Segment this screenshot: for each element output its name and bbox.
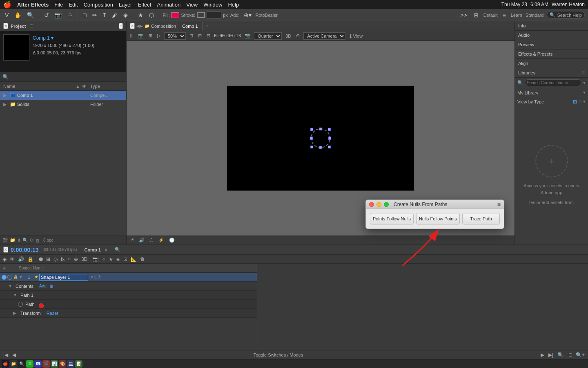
handle-left[interactable]	[310, 137, 313, 140]
tl-adj-layer-btn[interactable]: ◈	[116, 256, 121, 263]
layer-trim-icon[interactable]: ⬡	[94, 275, 98, 279]
viewer-render-btn[interactable]: ▷	[156, 33, 162, 39]
menu-window[interactable]: Window	[203, 2, 222, 8]
tl-motion-btn[interactable]: ≈	[67, 256, 71, 263]
timeline-nav-start[interactable]: |◀	[2, 351, 9, 359]
project-item-comp1[interactable]: ▶ Comp 1 Compe...	[0, 91, 126, 100]
handle-topleft[interactable]	[310, 128, 313, 131]
libraries-title[interactable]: Libraries ≡	[515, 68, 588, 77]
toolbar-options-btn[interactable]: ≡	[501, 11, 507, 19]
viewer-3d-btn[interactable]: 3D	[284, 33, 292, 39]
project-item-solids[interactable]: ▶ 📁 Solids Folder	[0, 100, 126, 109]
dock-icon-8[interactable]: 🎨	[59, 360, 66, 368]
zoom-select[interactable]: 50%	[164, 32, 186, 40]
nulls-follow-points-btn[interactable]: Nulls Follow Points	[416, 213, 460, 224]
toolbar-camera-tool[interactable]: 📷	[53, 11, 63, 19]
trace-path-btn[interactable]: Trace Path	[462, 213, 500, 224]
contents-expand-btn[interactable]: ▼	[8, 284, 13, 288]
timeline-nav-next[interactable]: ▶	[540, 351, 545, 359]
dock-icon-5[interactable]: 📧	[34, 360, 42, 368]
project-search-input[interactable]	[10, 74, 124, 79]
new-comp-btn[interactable]: 🎬	[2, 238, 8, 243]
handle-topright[interactable]	[328, 128, 331, 131]
layer-vis-icon[interactable]	[2, 275, 7, 280]
project-panel-menu[interactable]: ≡	[119, 23, 123, 29]
align-title[interactable]: Align	[515, 59, 588, 68]
import-btn[interactable]: ⬆	[17, 238, 21, 243]
viewer-camera-btn[interactable]: 📷	[243, 33, 252, 39]
contents-add-icon[interactable]: ⊕	[49, 283, 53, 289]
layer-expand-btn[interactable]: ▼	[19, 275, 24, 279]
timeline-zoom-in[interactable]: 🔍+	[575, 351, 586, 359]
path1-expand-btn[interactable]: ▼	[13, 293, 18, 297]
viewer-fit-btn[interactable]: ⊡	[188, 33, 194, 39]
tl-delete-btn[interactable]: 🗑	[139, 256, 146, 263]
comp-tab-comp1[interactable]: Comp 1	[178, 22, 203, 31]
toolbar-star-tool[interactable]: ★	[136, 11, 145, 19]
viewer-guides-btn[interactable]: ⊟	[205, 33, 212, 39]
stroke-size-input[interactable]: 32	[207, 11, 221, 19]
comp-loop-btn[interactable]: ↺	[129, 237, 135, 243]
toolbar-icon-btn[interactable]: ⊞	[472, 11, 480, 19]
preview-title[interactable]: Preview	[515, 40, 588, 49]
handle-bottomleft[interactable]	[310, 146, 313, 148]
apple-menu[interactable]: 🍎	[3, 1, 11, 9]
camera-select[interactable]: Active Camera	[303, 32, 345, 40]
tl-mask-btn[interactable]: ◎	[53, 256, 58, 263]
points-follow-nulls-btn[interactable]: Points Follow Nulls	[370, 213, 414, 224]
add-dropdown-btn[interactable]: ⊕▾	[242, 11, 253, 19]
dock-icon-7[interactable]: 📊	[51, 360, 58, 368]
handle-bottomright[interactable]	[328, 146, 331, 148]
path-stopwatch-icon[interactable]	[18, 302, 23, 307]
dialog-close-btn[interactable]	[369, 202, 374, 207]
tl-audio-btn[interactable]: 🔊	[17, 256, 25, 263]
timeline-nav-end[interactable]: ▶|	[548, 351, 554, 359]
search-help-box[interactable]: 🔍 Search Help	[547, 11, 585, 19]
toolbar-text-tool[interactable]: T	[101, 11, 108, 19]
library-search-input[interactable]	[525, 79, 581, 86]
layer-star-icon[interactable]: ★	[34, 274, 38, 280]
layer-row-shape1[interactable]: 🔒 ▼ 1 ★ ≈ ⬡ 3 None	[0, 273, 257, 282]
menu-file[interactable]: File	[54, 2, 63, 8]
tl-frame-btn[interactable]: ⊞	[45, 256, 51, 263]
list-view-icon[interactable]: ≡	[579, 99, 581, 105]
dock-icon-2[interactable]: 📁	[10, 360, 17, 368]
dialog-menu-icon[interactable]: ≡	[497, 201, 501, 208]
tl-solo-btn[interactable]: ◉	[2, 256, 7, 263]
tl-3d-btn[interactable]: 3D	[80, 256, 88, 263]
tl-guides-btn[interactable]: 📐	[130, 256, 138, 263]
tl-effect-btn[interactable]: fx	[60, 256, 65, 263]
menu-view[interactable]: View	[186, 2, 198, 8]
transform-reset-btn[interactable]: Reset	[47, 311, 58, 316]
tl-lock-btn[interactable]: 🔒	[27, 256, 34, 263]
menu-edit[interactable]: Edit	[69, 2, 78, 8]
tl-shape-btn[interactable]: ★	[108, 256, 114, 263]
menu-aftereffects[interactable]: After Effects	[17, 2, 49, 8]
dock-icon-6[interactable]: 🎬	[42, 360, 50, 368]
tl-visibility-btn[interactable]: 👁	[9, 256, 16, 263]
menu-effect[interactable]: Effect	[138, 2, 151, 8]
comp-draft-btn[interactable]: ⬡	[148, 237, 155, 243]
resolution-select[interactable]: Quarter Full Half Third	[254, 32, 282, 40]
layer-lock-icon[interactable]: 🔒	[13, 275, 18, 279]
toolbar-zoom-tool[interactable]: 🔍	[25, 11, 36, 19]
toolbar-select-tool[interactable]: V	[3, 11, 10, 19]
fill-color-box[interactable]	[171, 12, 179, 18]
toggle-switches-label[interactable]: Toggle Switches / Modes	[19, 352, 537, 357]
search-dropdown-icon[interactable]: ▾	[583, 80, 586, 85]
tl-camera-btn[interactable]: 📷	[92, 256, 100, 263]
comp-fastpreview-btn[interactable]: ⚡	[157, 237, 165, 243]
viewer-grid-btn[interactable]: ⊞	[197, 33, 203, 39]
toolbar-stamp-tool[interactable]: ◈	[122, 11, 129, 19]
delete-btn[interactable]: 🗑	[36, 238, 40, 243]
layer-3d-icon[interactable]: 3	[98, 275, 101, 279]
transform-expand-btn[interactable]: ▶	[13, 311, 18, 315]
viewer-toggle-btn[interactable]: ⊕	[295, 33, 301, 39]
dock-icon-9[interactable]: 💻	[67, 360, 74, 368]
toolbar-shape-tool[interactable]: ⬡	[147, 11, 156, 19]
toolbar-brush-tool[interactable]: 🖌	[110, 11, 119, 19]
timeline-zoom-out[interactable]: 🔍-	[557, 351, 566, 359]
menu-help[interactable]: Help	[228, 2, 239, 8]
toolbar-hand-tool[interactable]: ✋	[13, 11, 23, 19]
timeline-close-btn[interactable]: ✕	[3, 247, 8, 253]
